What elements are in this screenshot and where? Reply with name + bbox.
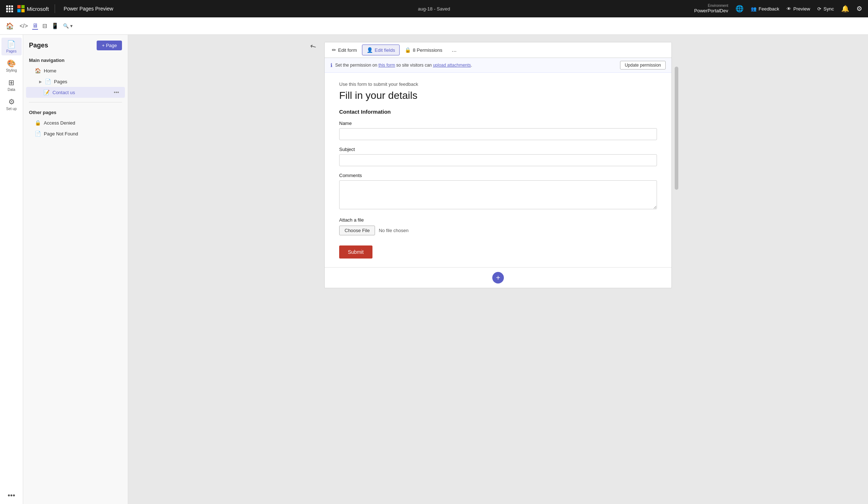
sidebar-header: Pages + Page — [23, 41, 128, 55]
nav-item-access-denied[interactable]: 🔒 Access Denied — [26, 117, 125, 128]
edit-fields-icon: 👤 — [367, 47, 373, 53]
sidebar: Pages + Page Main navigation 🏠 Home ▶ 📄 … — [23, 35, 128, 504]
edit-form-label: Edit form — [338, 47, 357, 53]
form-toolbar: ✏ Edit form 👤 Edit fields 🔒 8 Permission… — [325, 42, 671, 58]
add-section-icon: + — [496, 274, 500, 282]
canvas-container: ✏ Edit form 👤 Edit fields 🔒 8 Permission… — [324, 42, 672, 288]
code-view-btn[interactable]: </> — [20, 23, 28, 29]
permission-link[interactable]: this form — [378, 63, 395, 68]
contact-more-btn[interactable]: ••• — [114, 89, 119, 95]
svg-rect-5 — [11, 8, 13, 10]
name-label: Name — [339, 121, 657, 126]
main-nav-label: Main navigation — [23, 55, 128, 65]
scrollbar-thumb — [675, 67, 678, 190]
name-field: Name — [339, 121, 657, 140]
app-title: Power Pages Preview — [64, 6, 113, 12]
mobile-view-btn[interactable]: 📱 — [51, 22, 59, 29]
form-main-title: Fill in your details — [339, 90, 657, 101]
save-status: aug-18 - Saved — [418, 6, 450, 12]
permissions-icon: 🔒 — [405, 47, 411, 53]
svg-rect-2 — [11, 5, 13, 7]
sidebar-divider — [29, 102, 122, 102]
styling-icon: 🎨 — [7, 59, 16, 68]
subject-input[interactable] — [339, 154, 657, 166]
permissions-label: 8 Permissions — [413, 47, 442, 53]
add-section-button[interactable]: + — [492, 272, 504, 284]
edit-fields-button[interactable]: 👤 Edit fields — [362, 45, 400, 55]
grid-menu-icon[interactable] — [6, 5, 13, 12]
comments-textarea[interactable] — [339, 180, 657, 209]
left-nav-icons: 📄 Pages 🎨 Styling ⊞ Data ⚙ Set up ••• — [0, 35, 23, 504]
page-not-found-icon: 📄 — [35, 131, 41, 136]
sidebar-item-data[interactable]: ⊞ Data — [1, 76, 22, 94]
tablet-view-btn[interactable]: ⊟ — [42, 22, 47, 29]
subject-label: Subject — [339, 147, 657, 152]
vertical-scrollbar[interactable] — [674, 42, 679, 288]
upload-link[interactable]: upload attachments — [433, 63, 471, 68]
name-input[interactable] — [339, 128, 657, 140]
nav-item-page-not-found[interactable]: 📄 Page Not Found — [26, 128, 125, 139]
nav-item-pages-expand[interactable]: ▶ 📄 Pages — [26, 76, 125, 87]
styling-label: Styling — [6, 68, 17, 72]
add-page-button[interactable]: + Page — [97, 41, 122, 50]
choose-file-label: Choose File — [345, 228, 370, 233]
sidebar-item-pages[interactable]: 📄 Pages — [1, 38, 22, 55]
attach-label: Attach a file — [339, 217, 657, 223]
edit-fields-label: Edit fields — [375, 47, 395, 53]
attach-section: Attach a file Choose File No file chosen — [339, 217, 657, 235]
more-dots-icon: ... — [452, 47, 456, 53]
svg-rect-6 — [6, 10, 8, 12]
sidebar-item-setup[interactable]: ⚙ Set up — [1, 95, 22, 113]
update-permission-button[interactable]: Update permission — [620, 61, 666, 70]
sync-button[interactable]: ⟳ Sync — [817, 6, 834, 12]
saved-text: aug-18 - Saved — [418, 6, 450, 12]
svg-rect-7 — [9, 10, 10, 12]
comments-field: Comments — [339, 173, 657, 211]
sync-label: Sync — [823, 6, 834, 12]
nav-item-home[interactable]: 🏠 Home — [26, 65, 125, 76]
top-bar-right: Environment PowerPortalDev 🌐 👥 Feedback … — [694, 4, 862, 14]
notification-icon[interactable]: 🔔 — [841, 5, 849, 13]
environment-label: Environment — [708, 4, 728, 8]
nav-more-dots[interactable]: ••• — [8, 491, 15, 500]
preview-icon: 👁 — [787, 6, 791, 12]
no-file-text: No file chosen — [379, 228, 408, 233]
submit-button[interactable]: Submit — [339, 245, 372, 259]
info-icon: ℹ — [330, 62, 332, 68]
pages-label: Pages — [6, 49, 16, 53]
form-content: Use this form to submit your feedback Fi… — [325, 73, 671, 267]
svg-rect-4 — [9, 8, 10, 10]
sidebar-item-styling[interactable]: 🎨 Styling — [1, 57, 22, 75]
choose-file-button[interactable]: Choose File — [339, 226, 375, 235]
settings-icon[interactable]: ⚙ — [856, 5, 862, 13]
submit-label: Submit — [348, 249, 364, 255]
desktop-view-btn[interactable]: 🖥 — [32, 22, 38, 30]
view-controls: </> 🖥 ⊟ 📱 🔍 ▾ — [20, 22, 73, 30]
setup-icon: ⚙ — [8, 97, 15, 106]
data-label: Data — [8, 88, 15, 92]
feedback-button[interactable]: 👥 Feedback — [751, 6, 779, 12]
access-denied-icon: 🔒 — [35, 120, 41, 126]
home-nav-label: Home — [44, 68, 56, 74]
edit-form-button[interactable]: ✏ Edit form — [328, 45, 361, 55]
globe-icon[interactable]: 🌐 — [736, 5, 743, 13]
preview-button[interactable]: 👁 Preview — [787, 6, 810, 12]
svg-rect-0 — [6, 5, 8, 7]
toolbar-more-button[interactable]: ... — [449, 45, 459, 55]
edit-form-icon: ✏ — [332, 47, 336, 53]
nav-item-contact-us[interactable]: 📝 Contact us ••• — [26, 87, 125, 98]
permissions-button[interactable]: 🔒 8 Permissions — [400, 45, 447, 55]
contact-nav-label: Contact us — [52, 90, 75, 95]
setup-label: Set up — [6, 107, 17, 111]
svg-rect-3 — [6, 8, 8, 10]
home-icon: 🏠 — [35, 68, 41, 74]
form-section-title: Contact Information — [339, 109, 657, 115]
file-input-row: Choose File No file chosen — [339, 226, 657, 235]
add-section-row: + — [325, 267, 671, 288]
subject-field: Subject — [339, 147, 657, 166]
update-permission-label: Update permission — [625, 63, 661, 68]
home-nav-icon[interactable]: 🏠 — [6, 22, 14, 30]
pages-icon: 📄 — [7, 40, 16, 49]
zoom-control[interactable]: 🔍 ▾ — [63, 23, 73, 29]
svg-rect-1 — [9, 5, 10, 7]
